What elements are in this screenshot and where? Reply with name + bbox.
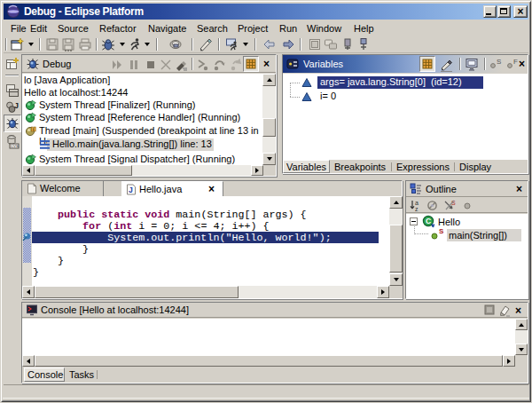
svg-text:S: S — [497, 58, 501, 66]
svg-text:J: J — [129, 186, 133, 194]
svg-text:CVS: CVS — [11, 144, 19, 148]
svg-text:F: F — [513, 58, 518, 66]
svg-text:z: z — [415, 206, 419, 212]
svg-text:C: C — [426, 217, 431, 225]
svg-text:J: J — [14, 101, 19, 110]
svg-text:a: a — [415, 200, 419, 206]
